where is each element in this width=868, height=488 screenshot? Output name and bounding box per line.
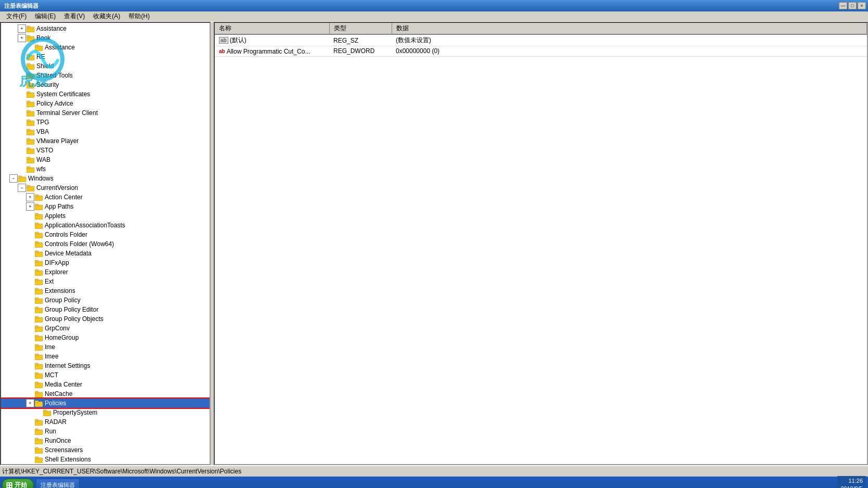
tree-item-ext[interactable]: Ext bbox=[1, 277, 210, 286]
tree-item-shellextensions[interactable]: Shell Extensions bbox=[1, 455, 210, 464]
folder-icon bbox=[35, 203, 43, 210]
maximize-button[interactable]: □ bbox=[848, 2, 857, 9]
svg-rect-89 bbox=[35, 429, 38, 431]
folder-icon bbox=[43, 409, 51, 416]
svg-rect-65 bbox=[35, 316, 38, 318]
tree-expander[interactable]: − bbox=[18, 184, 26, 192]
tree-expander-empty bbox=[26, 427, 34, 435]
folder-icon bbox=[35, 259, 43, 266]
tree-item-currentversion[interactable]: − CurrentVersion bbox=[1, 183, 210, 192]
svg-rect-33 bbox=[27, 166, 30, 169]
folder-icon bbox=[27, 156, 35, 163]
tree-item-tpg[interactable]: TPG bbox=[1, 118, 210, 127]
tree-expander-empty bbox=[18, 165, 26, 173]
tree-item-apppaths[interactable]: + App Paths bbox=[1, 202, 210, 211]
tree-item-reg[interactable]: RE bbox=[1, 52, 210, 61]
folder-icon bbox=[35, 44, 43, 51]
tree-item-extensions[interactable]: Extensions bbox=[1, 286, 210, 296]
tree-item-screensavers[interactable]: Screensavers bbox=[1, 445, 210, 455]
tree-label: VBA bbox=[36, 128, 49, 135]
tree-item-explorer[interactable]: Explorer bbox=[1, 267, 210, 277]
svg-rect-53 bbox=[35, 260, 38, 262]
tree-label: Extensions bbox=[45, 287, 75, 294]
tree-label: NetCache bbox=[45, 390, 72, 397]
svg-rect-91 bbox=[35, 438, 38, 440]
svg-rect-13 bbox=[27, 73, 30, 75]
tree-item-assistance2[interactable]: Assistance bbox=[1, 43, 210, 52]
folder-icon bbox=[27, 91, 35, 98]
tree-item-applets[interactable]: Applets bbox=[1, 211, 210, 221]
tree-expander-empty bbox=[26, 436, 34, 445]
close-button[interactable]: × bbox=[858, 2, 866, 9]
tree-item-devicemetadata[interactable]: Device Metadata bbox=[1, 249, 210, 258]
menu-item[interactable]: 查看(V) bbox=[60, 11, 89, 22]
tree-item-wab[interactable]: WAB bbox=[1, 155, 210, 164]
menu-item[interactable]: 收藏夹(A) bbox=[89, 11, 124, 22]
tree-item-grouppolicyeditor[interactable]: Group Policy Editor bbox=[1, 305, 210, 314]
tree-item-vba[interactable]: VBA bbox=[1, 127, 210, 136]
tree-item-book[interactable]: + Book bbox=[1, 33, 210, 43]
tree-item-netcache[interactable]: NetCache bbox=[1, 389, 210, 399]
tree-item-policyadvice[interactable]: Policy Advice bbox=[1, 99, 210, 108]
tree-item-grouppolicyobjects[interactable]: Group Policy Objects bbox=[1, 314, 210, 324]
tree-item-shield[interactable]: Shield bbox=[1, 61, 210, 71]
tree-item-internetsettings[interactable]: Internet Settings bbox=[1, 361, 210, 370]
tree-expander[interactable]: − bbox=[9, 174, 18, 183]
taskbar-app-0[interactable]: 注册表编辑器 bbox=[36, 479, 80, 488]
tree-item-imee[interactable]: Imee bbox=[1, 352, 210, 361]
folder-icon bbox=[35, 343, 43, 351]
svg-rect-27 bbox=[27, 138, 30, 140]
tree-expander[interactable]: + bbox=[18, 34, 26, 42]
tree-expander[interactable]: + bbox=[26, 399, 34, 407]
tree-item-policies[interactable]: + Policies bbox=[1, 399, 210, 408]
tree-item-run[interactable]: Run bbox=[1, 427, 210, 436]
tree-item-actioncenter[interactable]: + Action Center bbox=[1, 192, 210, 202]
tree-item-grouppolicy[interactable]: Group Policy bbox=[1, 296, 210, 305]
tree-item-vsto[interactable]: VSTO bbox=[1, 146, 210, 155]
tree-item-vmwareplayer[interactable]: VMware Player bbox=[1, 136, 210, 146]
tree-item-homegroup[interactable]: HomeGroup bbox=[1, 333, 210, 342]
minimize-button[interactable]: — bbox=[839, 2, 847, 9]
menu-item[interactable]: 文件(F) bbox=[2, 11, 31, 22]
registry-values-panel[interactable]: 名称 类型 数据 ab (默认)REG_SZ(数值未设置)ab Allow Pr… bbox=[214, 22, 868, 465]
folder-icon bbox=[35, 268, 43, 276]
tree-item-difxapp[interactable]: DIFxApp bbox=[1, 258, 210, 267]
tree-item-mct[interactable]: MCT bbox=[1, 370, 210, 380]
tree-item-assistance[interactable]: + Assistance bbox=[1, 24, 210, 33]
tree-item-applicationassociationtoasts[interactable]: ApplicationAssociationToasts bbox=[1, 221, 210, 230]
tree-item-windows[interactable]: − Windows bbox=[1, 174, 210, 183]
tree-item-ime[interactable]: Ime bbox=[1, 342, 210, 352]
menu-item[interactable]: 编辑(E) bbox=[31, 11, 60, 22]
tree-item-security[interactable]: Security bbox=[1, 80, 210, 89]
folder-icon bbox=[35, 362, 43, 369]
svg-rect-23 bbox=[27, 120, 30, 122]
tree-label: Shell Extensions bbox=[45, 456, 91, 463]
tree-item-sidebar[interactable]: Sidebar bbox=[1, 464, 210, 465]
tree-item-propertysystem[interactable]: PropertySystem bbox=[1, 408, 210, 417]
tree-expander[interactable]: + bbox=[26, 193, 34, 201]
tree-item-controlsfolderwow64[interactable]: Controls Folder (Wow64) bbox=[1, 239, 210, 249]
folder-icon bbox=[35, 194, 43, 201]
table-row[interactable]: ab Allow Programmatic Cut_Co...REG_DWORD… bbox=[215, 46, 867, 57]
tree-item-wfs[interactable]: wfs bbox=[1, 164, 210, 174]
menu-item[interactable]: 帮助(H) bbox=[124, 11, 154, 22]
table-row[interactable]: ab (默认)REG_SZ(数值未设置) bbox=[215, 34, 867, 46]
tree-item-radar[interactable]: RADAR bbox=[1, 417, 210, 427]
tree-expander-empty bbox=[26, 296, 34, 304]
tree-item-controlsfolder[interactable]: Controls Folder bbox=[1, 230, 210, 239]
tree-label: Controls Folder (Wow64) bbox=[45, 240, 114, 248]
tree-item-systemcertificates[interactable]: System Certificates bbox=[1, 89, 210, 99]
tree-label: Group Policy Editor bbox=[45, 306, 98, 313]
start-button[interactable]: ⊞ 开始 bbox=[2, 479, 34, 489]
tree-expander[interactable]: + bbox=[18, 24, 26, 33]
tree-expander-empty bbox=[18, 137, 26, 145]
tree-item-mediacenter[interactable]: Media Center bbox=[1, 380, 210, 389]
tree-expander[interactable]: + bbox=[26, 202, 34, 211]
registry-tree[interactable]: 虎观 + Assistance+ Book Assistance RE Shie… bbox=[0, 22, 211, 465]
tree-item-runonce[interactable]: RunOnce bbox=[1, 436, 210, 445]
tree-label: RunOnce bbox=[45, 437, 71, 444]
folder-icon bbox=[35, 437, 43, 444]
tree-item-terminalserver[interactable]: Terminal Server Client bbox=[1, 108, 210, 118]
tree-item-grpconv[interactable]: GrpConv bbox=[1, 324, 210, 333]
tree-item-sharedtools[interactable]: Shared Tools bbox=[1, 71, 210, 80]
